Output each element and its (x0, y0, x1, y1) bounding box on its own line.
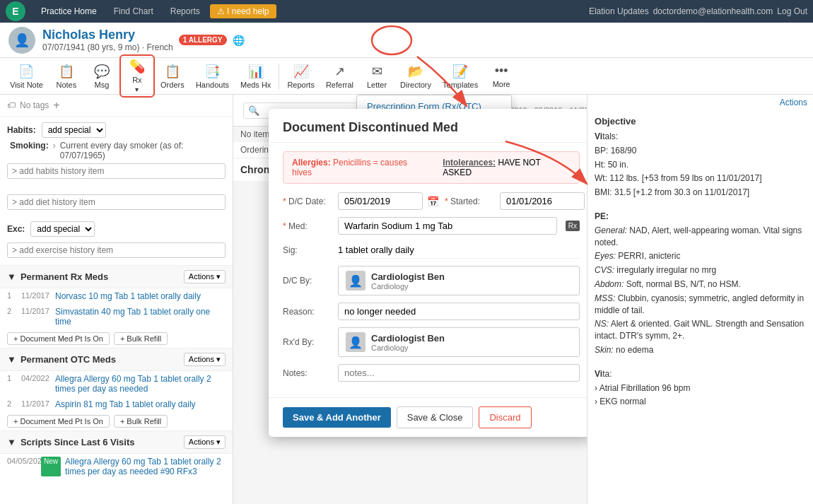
pe-general: General: NAD, Alert, well-appearing woma… (595, 225, 806, 249)
msg-button[interactable]: 💬 Msg (84, 61, 119, 92)
notes-input[interactable] (338, 364, 580, 382)
reports-button[interactable]: 📈 Reports (281, 61, 320, 92)
med-link-2[interactable]: Simvastatin 40 mg Tab 1 tablet orally on… (55, 307, 226, 327)
app-logo[interactable]: E (6, 1, 25, 21)
started-date-input[interactable] (500, 192, 585, 210)
logout-link[interactable]: Log Out (777, 6, 807, 16)
more-icon: ••• (495, 64, 508, 78)
pe-label: PE: (595, 211, 806, 223)
modal-title: Document Discontinued Med (269, 109, 587, 143)
top-nav-right: Elation Updates doctordemo@elationhealth… (589, 6, 807, 16)
skin-row: Skin: no edema (595, 344, 806, 356)
doc-med-on-button-2[interactable]: + Document Med Pt Is On (7, 415, 110, 428)
rx-button[interactable]: 💊 Rx ▾ (119, 54, 155, 98)
handouts-button[interactable]: 📑 Handouts (190, 61, 235, 92)
patient-icons: 🌐 (233, 35, 245, 46)
habits-row: Habits: add special (7, 122, 226, 138)
templates-button[interactable]: 📝 Templates (437, 61, 484, 92)
smoking-row: Smoking: › Current every day smoker (as … (7, 141, 226, 160)
content-area: 🔍 ✕ Today 06/2021 07/2020 08/2019 09/201… (233, 95, 587, 504)
search-icon: 🔍 (248, 105, 259, 116)
directory-button[interactable]: 📂 Directory (394, 61, 437, 92)
add-exercise-input[interactable] (7, 242, 226, 258)
perm-otc-header[interactable]: ▼ Permanent OTC Meds Actions ▾ (0, 348, 233, 371)
patient-header: 👤 Nicholas Henry 07/07/1941 (80 yrs, 9 m… (0, 23, 813, 58)
doc-med-on-button[interactable]: + Document Med Pt Is On (7, 332, 110, 345)
diet-input[interactable] (7, 194, 226, 210)
tags-section: 🏷 No tags + (0, 95, 233, 117)
bulk-refill-button[interactable]: + Bulk Refill (114, 332, 168, 345)
dc-date-label: D/C Date: (283, 197, 332, 206)
exercise-section: Exc: add special (0, 217, 233, 265)
meds-hx-button[interactable]: 📊 Meds Hx (235, 61, 276, 92)
objective-section: Objective Vitals: BP: 168/90 Ht: 50 in. … (587, 110, 813, 416)
diet-section (0, 187, 233, 217)
nav-reports[interactable]: Reports (163, 4, 207, 19)
more-button[interactable]: ••• More (484, 61, 519, 91)
perm-rx-header[interactable]: ▼ Permanent Rx Meds Actions ▾ (0, 265, 233, 288)
otc-num-1: 1 (7, 374, 17, 394)
orders-icon: 📋 (165, 64, 180, 79)
otc-med-actions: + Document Med Pt Is On + Bulk Refill (0, 412, 233, 430)
visit-note-button[interactable]: 📄 Visit Note (4, 61, 49, 92)
nav-practice-home[interactable]: Practice Home (34, 4, 104, 19)
letter-button[interactable]: ✉ Letter (359, 61, 394, 92)
exercise-select[interactable]: add special (30, 221, 95, 237)
ns-row: NS: Alert & oriented. Gait WNL. Strength… (595, 318, 806, 342)
ekg-row: › EKG normal (595, 396, 806, 408)
perm-rx-actions-button[interactable]: Actions ▾ (184, 270, 226, 283)
notes-label: Notes: (283, 368, 332, 378)
otc-link-2[interactable]: Aspirin 81 mg Tab 1 tablet orally daily (55, 399, 196, 409)
discard-button[interactable]: Discard (479, 406, 531, 428)
script-badge: New (41, 457, 61, 476)
add-habits-input[interactable] (7, 163, 226, 179)
objective-title: Objective (595, 116, 806, 127)
save-add-another-button[interactable]: Save & Add Another (283, 407, 391, 428)
save-close-button[interactable]: Save & Close (397, 406, 474, 428)
right-panel-actions[interactable]: Actions (587, 95, 813, 110)
nav-find-chart[interactable]: Find Chart (107, 4, 160, 19)
notes-button[interactable]: 📋 Notes (49, 61, 84, 92)
patient-name[interactable]: Nicholas Henry (42, 28, 173, 42)
provider2-name: Cardiologist Ben (371, 333, 445, 344)
ta-label: Vita: (595, 368, 806, 380)
add-tag-icon[interactable]: + (53, 99, 59, 112)
habits-section: Habits: add special Smoking: › Current e… (0, 117, 233, 187)
rxd-by-label: Rx'd By: (283, 337, 332, 347)
orders-button[interactable]: 📋 Orders (155, 61, 190, 92)
dc-date-input[interactable] (338, 192, 423, 210)
notes-row: Notes: (283, 364, 580, 382)
perm-otc-title: ▼ Permanent OTC Meds (7, 354, 116, 365)
provider1-info: Cardiologist Ben Cardiology (371, 271, 445, 291)
scripts-actions-button[interactable]: Actions ▾ (184, 435, 226, 449)
smoking-label: Smoking: (10, 141, 49, 151)
habits-select[interactable]: add special (42, 122, 106, 138)
scripts-title: ▼ Scripts Since Last 6 Visits (7, 437, 135, 447)
scripts-header[interactable]: ▼ Scripts Since Last 6 Visits Actions ▾ (0, 430, 233, 454)
perm-otc-actions-button[interactable]: Actions ▾ (184, 353, 226, 366)
med-link-1[interactable]: Norvasc 10 mg Tab 1 tablet orally daily (55, 291, 201, 301)
referral-button[interactable]: ↗ Referral (320, 61, 359, 92)
intol-info: Intolerances: HAVE NOT ASKED (443, 158, 571, 177)
dc-date-calendar-icon[interactable]: 📅 (427, 196, 439, 207)
handouts-icon: 📑 (204, 64, 220, 79)
collapse-icon-scripts: ▼ (7, 437, 16, 447)
bulk-refill-button-2[interactable]: + Bulk Refill (114, 415, 168, 428)
rx-med-actions: + Document Med Pt Is On + Bulk Refill (0, 329, 233, 348)
elation-updates-link[interactable]: Elation Updates (589, 6, 649, 16)
script-text[interactable]: Allegra Allergy 60 mg Tab 1 tablet orall… (65, 457, 226, 476)
rxd-by-provider-box[interactable]: 👤 Cardiologist Ben Cardiology (338, 327, 580, 357)
allergy-banner: Allergies: Penicillins = causes hives In… (283, 151, 580, 184)
reason-input[interactable] (338, 303, 580, 320)
med-input[interactable] (338, 217, 557, 235)
sig-input[interactable] (338, 242, 580, 259)
dc-by-provider-box[interactable]: 👤 Cardiologist Ben Cardiology (338, 266, 580, 295)
otc-link-1[interactable]: Allegra Allergy 60 mg Tab 1 tablet orall… (55, 374, 226, 394)
allergy-badge[interactable]: 1 ALLERGY (179, 35, 227, 45)
patient-avatar: 👤 (8, 27, 35, 54)
reason-row: Reason: (283, 303, 580, 320)
eyes-row: Eyes: PERRI, anicteric (595, 250, 806, 262)
provider1-specialty: Cardiology (371, 282, 445, 291)
user-email[interactable]: doctordemo@elationhealth.com (653, 6, 773, 16)
nav-i-need-help[interactable]: ⚠ I need help (210, 4, 276, 18)
